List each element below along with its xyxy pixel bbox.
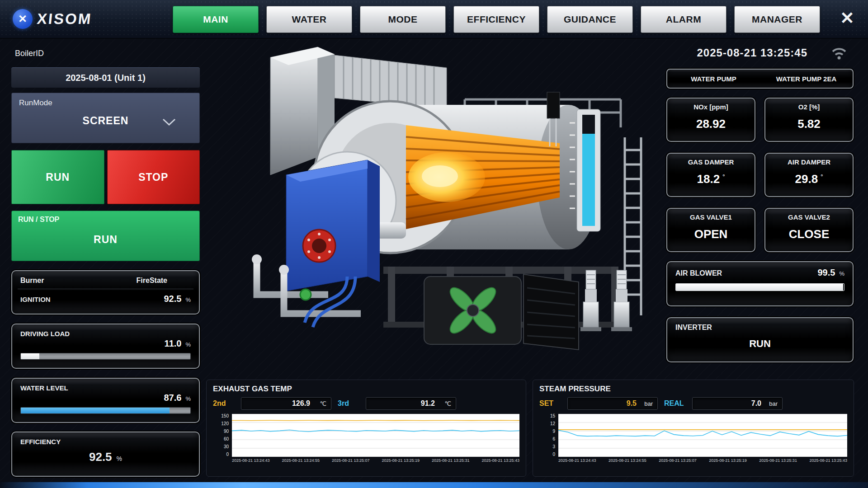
driving-load-bar bbox=[20, 353, 191, 360]
o2-panel: O2 [%] 5.82 bbox=[764, 98, 854, 142]
chevron-down-icon bbox=[162, 118, 176, 126]
tab-main[interactable]: MAIN bbox=[173, 6, 259, 33]
chart-title: STEAM PRESSURE bbox=[539, 385, 847, 394]
chart-legend: 2nd 126.9 ℃ 3rd 91.2 ℃ bbox=[213, 397, 519, 410]
efficiency-panel: EFFICIENCY 92.5% bbox=[11, 432, 200, 477]
water-level-unit: % bbox=[185, 395, 191, 402]
driving-load-panel: DRIVING LOAD 11.0% bbox=[11, 324, 200, 369]
water-pump-status-panel: WATER PUMP WATER PUMP 2EA bbox=[666, 69, 854, 89]
chart-value-box: 9.5 bar bbox=[567, 397, 658, 410]
inverter-value: RUN bbox=[675, 338, 844, 350]
boiler-id-value: 2025-08-01 (Unit 1) bbox=[11, 67, 200, 88]
tab-efficiency[interactable]: EFFICIENCY bbox=[453, 6, 539, 33]
air-damper-unit: ° bbox=[821, 173, 823, 180]
water-level-label: WATER LEVEL bbox=[20, 384, 68, 392]
water-level-panel: WATER LEVEL 87.6% bbox=[11, 378, 200, 423]
nox-label: NOx [ppm] bbox=[671, 103, 751, 111]
stop-button[interactable]: STOP bbox=[107, 150, 200, 204]
air-blower-panel: AIR BLOWER 99.5% bbox=[666, 261, 854, 306]
nav-tabs: MAIN WATER MODE EFFICIENCY GUIDANCE ALAR… bbox=[173, 6, 820, 33]
2nd-temp-unit: ℃ bbox=[310, 400, 326, 407]
legend-set-label: SET bbox=[539, 399, 561, 408]
runmode-dropdown[interactable]: RunMode SCREEN bbox=[11, 93, 200, 143]
chart-legend: SET 9.5 bar REAL 7.0 bar bbox=[539, 397, 847, 410]
driving-load-unit: % bbox=[185, 341, 191, 348]
current-timestamp: 2025-08-21 13:25:45 bbox=[697, 47, 807, 59]
firestate-title: FireState bbox=[137, 277, 167, 285]
run-stop-state-value: RUN bbox=[12, 234, 199, 246]
3rd-temp-value: 91.2 bbox=[371, 399, 435, 408]
run-stop-state-label: RUN / STOP bbox=[18, 216, 193, 224]
nox-value: 28.92 bbox=[671, 117, 751, 131]
gas-valve2-panel: GAS VALVE2 CLOSE bbox=[764, 208, 854, 252]
tab-water[interactable]: WATER bbox=[266, 6, 352, 33]
run-stop-state-panel: RUN / STOP RUN bbox=[11, 211, 200, 261]
air-blower-bar bbox=[675, 283, 844, 291]
chart-value-box: 91.2 ℃ bbox=[366, 397, 456, 410]
water-pump-count: WATER PUMP 2EA bbox=[760, 75, 853, 83]
runmode-label: RunMode bbox=[19, 99, 192, 108]
divider bbox=[18, 289, 193, 289]
gas-valve2-label: GAS VALVE2 bbox=[769, 213, 849, 221]
gas-damper-panel: GAS DAMPER 18.2° bbox=[666, 153, 755, 197]
set-pressure-value: 9.5 bbox=[572, 399, 637, 408]
tab-alarm[interactable]: ALARM bbox=[641, 6, 726, 33]
gas-valve1-panel: GAS VALVE1 OPEN bbox=[666, 208, 755, 252]
ignition-value: 92.5 bbox=[164, 294, 182, 304]
air-damper-panel: AIR DAMPER 29.8° bbox=[764, 153, 854, 197]
3rd-temp-unit: ℃ bbox=[435, 400, 451, 407]
gas-damper-label: GAS DAMPER bbox=[671, 158, 751, 166]
gas-valve1-label: GAS VALVE1 bbox=[671, 213, 751, 221]
tab-manager[interactable]: MANAGER bbox=[734, 6, 820, 33]
run-button[interactable]: RUN bbox=[11, 150, 104, 204]
tab-mode[interactable]: MODE bbox=[360, 6, 446, 33]
legend-real-label: REAL bbox=[664, 399, 686, 408]
burner-firestate-panel: Burner FireState IGNITION 92.5% bbox=[11, 270, 200, 314]
steam-pressure-chart-panel: STEAM PRESSURE SET 9.5 bar REAL 7.0 bar … bbox=[533, 380, 854, 477]
x-axis-labels: 2025-08-21 13:24:432025-08-21 13:24:5520… bbox=[558, 458, 847, 463]
chart-title: EXHAUST GAS TEMP bbox=[213, 385, 519, 394]
y-axis-labels: 1501209060300 bbox=[213, 414, 232, 457]
legend-3rd-label: 3rd bbox=[338, 399, 359, 408]
y-axis-labels: 15129630 bbox=[539, 414, 558, 457]
boiler-illustration bbox=[212, 42, 657, 358]
line-chart: 1501209060300 bbox=[213, 414, 519, 457]
gas-damper-value: 18.2 bbox=[697, 172, 720, 186]
boiler-hmi-screen: ✕ XISOM MAIN WATER MODE EFFICIENCY GUIDA… bbox=[0, 0, 868, 488]
air-damper-value: 29.8 bbox=[795, 172, 818, 186]
chart-value-box: 7.0 bar bbox=[692, 397, 783, 410]
air-blower-unit: % bbox=[839, 270, 844, 277]
efficiency-unit: % bbox=[117, 455, 122, 462]
real-pressure-value: 7.0 bbox=[697, 399, 761, 408]
line-chart: 15129630 bbox=[539, 414, 847, 457]
chart-value-box: 126.9 ℃ bbox=[241, 397, 331, 410]
logo: ✕ XISOM bbox=[13, 9, 92, 29]
efficiency-label: EFFICIENCY bbox=[20, 438, 61, 446]
logo-text: XISOM bbox=[36, 10, 93, 28]
logo-x-icon: ✕ bbox=[13, 9, 33, 29]
water-level-bar bbox=[20, 407, 191, 414]
2nd-temp-value: 126.9 bbox=[246, 399, 310, 408]
legend-2nd-label: 2nd bbox=[213, 399, 235, 408]
set-pressure-unit: bar bbox=[637, 400, 653, 407]
close-icon[interactable]: ✕ bbox=[836, 7, 858, 29]
ignition-unit: % bbox=[185, 296, 191, 303]
air-blower-label: AIR BLOWER bbox=[675, 269, 722, 277]
inverter-label: INVERTER bbox=[675, 324, 712, 332]
tab-guidance[interactable]: GUIDANCE bbox=[547, 6, 633, 33]
o2-value: 5.82 bbox=[769, 117, 849, 131]
boiler-id-label: BoilerID bbox=[15, 49, 44, 58]
x-axis-labels: 2025-08-21 13:24:432025-08-21 13:24:5520… bbox=[232, 458, 519, 463]
gas-valve2-value: CLOSE bbox=[769, 227, 849, 241]
gas-damper-unit: ° bbox=[722, 173, 725, 180]
run-stop-buttons: RUN STOP bbox=[11, 150, 200, 204]
ignition-label: IGNITION bbox=[20, 296, 51, 303]
top-navbar: ✕ XISOM MAIN WATER MODE EFFICIENCY GUIDA… bbox=[0, 0, 868, 39]
bottom-accent-bar bbox=[0, 482, 868, 488]
gas-valve1-value: OPEN bbox=[671, 227, 751, 241]
driving-load-label: DRIVING LOAD bbox=[20, 330, 70, 338]
wifi-icon bbox=[831, 46, 847, 60]
air-blower-value: 99.5 bbox=[818, 267, 835, 278]
o2-label: O2 [%] bbox=[769, 103, 849, 111]
nox-panel: NOx [ppm] 28.92 bbox=[666, 98, 755, 142]
